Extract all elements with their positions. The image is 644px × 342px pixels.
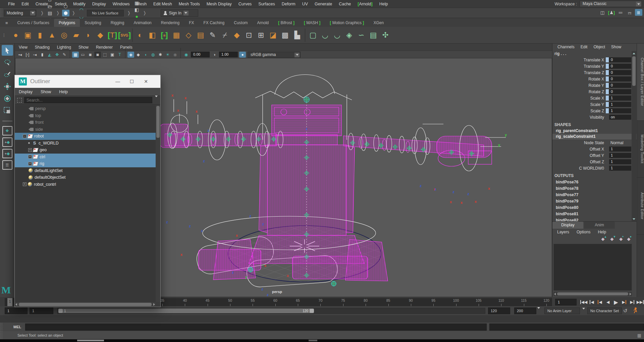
scroll-right-icon[interactable] [630, 293, 631, 295]
chevron-down-icon[interactable] [636, 2, 641, 6]
outliner-item-ctrl[interactable]: +ctrl [15, 154, 156, 161]
group-separator[interactable]: ❭ [141, 10, 149, 15]
chevron-down-icon[interactable] [537, 309, 540, 315]
outliner-item-geo[interactable]: +geo [15, 147, 156, 154]
drag-handle[interactable] [0, 331, 3, 339]
menu-edit-mesh[interactable]: Edit Mesh [150, 0, 175, 8]
menu-uv[interactable]: UV [299, 0, 311, 8]
move-layer-up-icon[interactable]: ◆▲ [601, 236, 607, 242]
display-resolution-icon[interactable]: ▣ [109, 52, 116, 58]
open-scene-icon[interactable]: 🗁 [46, 3, 54, 10]
group-separator[interactable]: ❭ [125, 10, 133, 15]
side-tab-channel-box-layer-editor[interactable]: Channel Box / Layer Editor [637, 44, 644, 121]
shelf-tab-fx-caching[interactable]: FX Caching [199, 19, 229, 27]
camera-attributes-icon[interactable]: ▫◂ [32, 52, 38, 58]
channel-value[interactable]: 1 [609, 108, 631, 113]
menu-generate[interactable]: Generate [311, 0, 335, 8]
outliner-title-bar[interactable]: M Outliner — ☐ ✕ [15, 75, 160, 88]
outliner-item-robot_contrl[interactable]: +robot_contrl [15, 181, 156, 188]
lock-camera-icon[interactable]: [▫] [24, 52, 31, 58]
drag-handle[interactable] [0, 323, 3, 331]
channel-box-menu-object[interactable]: Object [591, 45, 607, 49]
range-slider-bar[interactable]: 1 120 [58, 308, 314, 313]
menu-windows[interactable]: Windows [109, 0, 133, 8]
shelf-mash-world-icon[interactable]: ◈ [343, 29, 355, 41]
step-forward-key-button[interactable]: ▶ [620, 298, 628, 306]
grease-pencil-icon[interactable]: ✎ [61, 52, 68, 58]
range-slider-groove[interactable]: 1 120 [57, 308, 485, 314]
outliner-item-top[interactable]: top [15, 112, 156, 119]
playback-start-field[interactable]: 1 [30, 307, 53, 314]
panel-menu-show[interactable]: Show [75, 45, 92, 50]
menu-surfaces[interactable]: Surfaces [255, 0, 278, 8]
shelf-menu-icon[interactable]: ≡ [0, 20, 13, 27]
select-tool[interactable] [2, 45, 13, 56]
channel-value[interactable]: 0 [609, 89, 631, 94]
shelf-sweep-mesh-icon[interactable]: [ıı] [158, 29, 170, 41]
shelf-tab-sculpting[interactable]: Sculpting [80, 19, 106, 27]
live-surface-field[interactable]: No Live Surface [87, 10, 124, 16]
shelf-poly-disc-icon[interactable]: ◗ [82, 29, 94, 41]
chevron-down-icon[interactable] [30, 11, 35, 15]
shelf-poly-cylinder-icon[interactable]: ▮ [34, 29, 46, 41]
snap-point-icon[interactable]: ◠ [78, 6, 85, 13]
sign-in-button[interactable]: Sign In [161, 9, 198, 17]
range-end-handle[interactable] [310, 309, 314, 313]
lasso-tool[interactable] [2, 57, 13, 68]
step-back-frame-button[interactable]: ◀ [588, 298, 596, 306]
tab-display[interactable]: Display [552, 222, 583, 229]
scroll-left-icon[interactable] [15, 303, 17, 306]
shelf-tab-curves-surfaces[interactable]: Curves / Surfaces [13, 19, 54, 27]
modeling-toolkit-icon[interactable]: ◫ [599, 9, 606, 16]
shelf-tab-fx[interactable]: FX [184, 19, 199, 27]
channel-box-layers-icon[interactable]: ≣ [635, 9, 642, 16]
channel-value[interactable]: 1 [609, 159, 631, 164]
go-to-end-button[interactable]: ▶▶ [636, 298, 644, 306]
collapse-icon[interactable]: - [23, 134, 26, 138]
shelf-poly-cone-icon[interactable]: ▲ [46, 29, 58, 41]
show-help-grid-icon[interactable]: ▦ [637, 333, 641, 338]
play-forwards-button[interactable]: ▶ [612, 298, 620, 306]
gate-mask-icon[interactable]: ◙ [94, 52, 101, 58]
group-separator[interactable]: ❭ [70, 10, 77, 15]
command-line-language-toggle[interactable]: MEL [13, 325, 21, 329]
menu-deform[interactable]: Deform [278, 0, 299, 8]
menu-arnold[interactable]: [Arnold] [354, 0, 376, 8]
shelf-bevel-icon[interactable]: ◆ [231, 29, 243, 41]
display-render-settings-icon[interactable]: ◧ [133, 6, 141, 13]
shelf-tab-polygons[interactable]: Polygons [54, 19, 80, 27]
outliner-vertical-scrollbar[interactable] [156, 105, 160, 302]
select-camera-icon[interactable]: ▪◂ [17, 52, 23, 58]
panel-menu-lighting[interactable]: Lighting [53, 45, 75, 50]
outliner-item-side[interactable]: side [15, 126, 156, 133]
menu-mesh-display[interactable]: Mesh Display [203, 0, 235, 8]
shelf-poly-remesh-icon[interactable]: ▦ [170, 29, 182, 41]
textured-icon[interactable]: ◆ [135, 52, 142, 58]
single-pane-layout[interactable]: ❖ [2, 126, 12, 135]
output-node[interactable]: bindPose77 [552, 192, 637, 198]
shelf-svg-tool-icon[interactable]: [SVG] [118, 29, 130, 41]
outliner-item-robot[interactable]: -robot [15, 133, 156, 140]
channel-value[interactable]: 1 [609, 147, 631, 152]
current-frame-field[interactable]: 1 [555, 299, 577, 305]
outliner-menu-display[interactable]: Display [15, 90, 37, 94]
shelf-append-polygon-icon[interactable]: ✎ [207, 29, 219, 41]
film-gate-icon[interactable]: ▭ [79, 52, 86, 58]
scale-tool[interactable] [2, 105, 13, 116]
channel-value[interactable]: 0 [609, 76, 631, 81]
grid-icon[interactable]: ▦ [72, 52, 79, 58]
outliner-persp-layout[interactable]: ☰ [2, 160, 12, 170]
chevron-down-icon[interactable] [183, 11, 189, 15]
shelf-smooth-mesh-icon[interactable]: ▤ [195, 29, 207, 41]
outliner-item-defaultlightset[interactable]: defaultLightSet [15, 167, 156, 174]
pan-zoom-icon[interactable]: ✥ [54, 52, 60, 58]
shelf-lattice-icon[interactable]: ▩ [279, 29, 291, 41]
shelf-extrude-icon[interactable]: ⊞ [255, 29, 267, 41]
outliner-menu-help[interactable]: Help [55, 90, 72, 94]
filter-icon[interactable] [17, 98, 22, 103]
channel-value[interactable]: on [609, 115, 631, 120]
create-layer-from-selected-icon[interactable]: ◆● [627, 236, 632, 242]
move-tool[interactable] [2, 81, 13, 92]
step-forward-frame-button[interactable]: ▶ [628, 298, 636, 306]
shadows-icon[interactable]: ◍ [150, 52, 156, 58]
